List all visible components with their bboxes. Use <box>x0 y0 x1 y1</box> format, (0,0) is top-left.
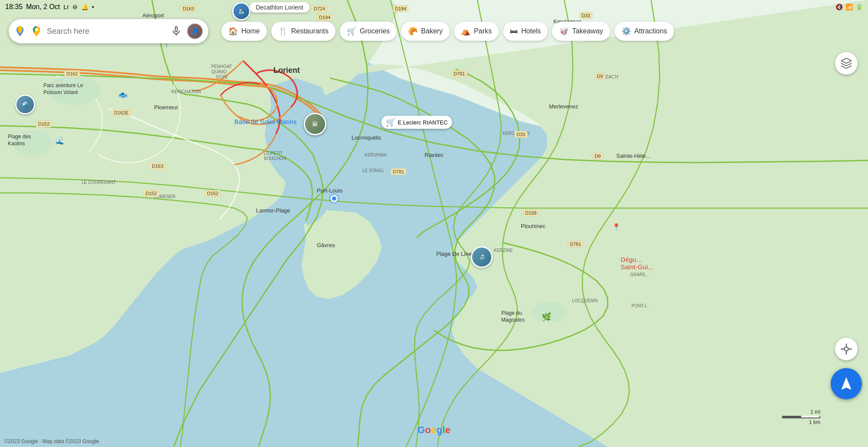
status-bar: 18:35 Mon, 2 Oct Lr ⊖ 🔔 • 🔇 📶 🔋 <box>0 0 868 14</box>
road-d158: D158 <box>523 209 539 216</box>
decathlon-photo-marker[interactable]: 🏪 <box>232 2 250 20</box>
maps-logo-pin <box>30 25 43 37</box>
scale-bar: 1 mi 1 km <box>782 409 820 425</box>
locate-me-button[interactable] <box>835 338 858 360</box>
road-d9-2: D9 <box>592 153 603 160</box>
red-marker: 📍 <box>612 223 621 231</box>
lr-icon: Lr <box>63 3 69 10</box>
svg-point-2 <box>48 75 100 105</box>
parc-marker: 🐟 <box>118 90 128 100</box>
user-avatar[interactable]: 👤 <box>187 23 203 39</box>
notification-icon: 🔔 <box>81 3 89 10</box>
left-photo-marker[interactable]: 🌊 <box>15 95 35 114</box>
takeaway-icon: 🥡 <box>559 26 569 36</box>
chip-parks[interactable]: ⛺ Parks <box>454 22 499 41</box>
bakery-icon: 🥐 <box>408 26 418 36</box>
road-d9-1: D9 <box>595 73 605 80</box>
road-d162: D162 <box>64 70 80 77</box>
navigation-button[interactable] <box>831 368 862 399</box>
svg-point-6 <box>35 28 38 31</box>
scale-mi: 1 mi <box>810 409 820 415</box>
wifi-icon: 📶 <box>845 3 853 10</box>
decathlon-label[interactable]: Decathlon Lorient <box>250 2 309 13</box>
road-d152-2: D152 <box>143 190 159 197</box>
home-icon: 🏠 <box>228 26 238 36</box>
chip-restaurants[interactable]: 🍴 Restaurants <box>271 22 335 41</box>
chip-hotels[interactable]: 🛏 Hotels <box>503 22 548 41</box>
google-maps-pin-icon <box>14 25 26 37</box>
hotels-icon: 🛏 <box>510 27 518 36</box>
road-d152-3: D152 <box>205 190 220 197</box>
road-d781-3: D781 <box>568 241 583 248</box>
svg-point-7 <box>844 347 848 351</box>
plage-lines-photo-marker[interactable]: 🏖 <box>471 246 493 268</box>
road-d781-1: D781 <box>451 70 467 77</box>
parks-icon: ⛺ <box>461 26 470 36</box>
status-time: 18:35 <box>5 3 23 11</box>
road-d163-2: D163 <box>150 163 165 170</box>
status-icons: 🔇 📶 🔋 <box>835 3 863 10</box>
road-d33-1: D33 <box>514 131 527 138</box>
copyright-text: ©2023 Google · Map data ©2023 Google <box>4 438 99 444</box>
plage-kaolins-marker: 🌊 <box>56 137 64 145</box>
groceries-icon: 🛒 <box>347 26 356 36</box>
chip-groceries[interactable]: 🛒 Groceries <box>340 22 397 41</box>
layer-toggle-button[interactable] <box>835 52 858 75</box>
search-input[interactable] <box>47 27 166 36</box>
battery-icon: 🔋 <box>855 3 863 10</box>
user-location-dot <box>331 195 338 202</box>
block-icon: ⊖ <box>72 3 78 10</box>
chip-home[interactable]: 🏠 Home <box>221 22 267 41</box>
mute-icon: 🔇 <box>835 3 843 10</box>
chip-attractions[interactable]: ⚙️ Attractions <box>615 22 674 41</box>
mic-icon[interactable] <box>170 25 182 37</box>
restaurants-icon: 🍴 <box>278 26 288 36</box>
map-background <box>0 0 868 447</box>
google-logo: Google <box>418 424 450 436</box>
status-date: Mon, 2 Oct <box>26 3 60 11</box>
scale-km: 1 km <box>809 419 820 425</box>
road-d162e: D162E <box>112 109 131 116</box>
attractions-icon: ⚙️ <box>621 26 631 36</box>
road-d781-2: D781 <box>391 168 406 175</box>
base-marins-photo-marker[interactable]: 🏛 <box>304 113 326 135</box>
shopping-marker-leclerc[interactable]: 🛒 E.Leclerc RIANTEC <box>381 116 452 129</box>
location-crosshair-icon <box>840 343 852 355</box>
dot-indicator: • <box>92 3 94 10</box>
map-container[interactable]: Lorient Ploemeur Larmor-Plage Port-Louis… <box>0 0 868 447</box>
svg-point-3 <box>13 130 52 156</box>
plage-magouero-marker: 🌿 <box>542 312 551 322</box>
layers-icon <box>840 57 852 69</box>
chip-takeaway[interactable]: 🥡 Takeaway <box>552 22 610 41</box>
search-bar[interactable]: 👤 <box>9 19 208 43</box>
road-d152-1: D152 <box>36 121 52 127</box>
navigate-icon <box>838 376 854 392</box>
chip-bakery[interactable]: 🥐 Bakery <box>401 22 450 41</box>
category-bar: 🏠 Home 🍴 Restaurants 🛒 Groceries 🥐 Baker… <box>217 19 868 43</box>
